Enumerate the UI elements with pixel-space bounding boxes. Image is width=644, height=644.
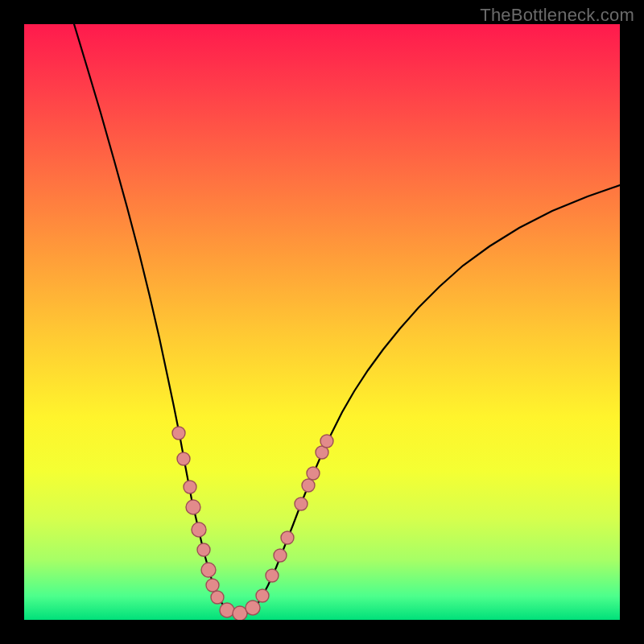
curve-left [74,24,237,616]
data-dot [206,579,219,592]
data-dot [186,500,200,514]
data-dot [177,452,190,465]
data-dots [172,427,333,620]
data-dot [233,606,247,620]
curve-right [237,185,620,616]
data-dot [281,531,294,544]
data-dot [201,563,216,577]
data-dot [307,467,320,480]
data-dot [172,427,185,440]
data-dot [192,522,206,537]
data-dot [197,543,210,556]
data-dot [295,497,308,510]
data-dot [302,479,315,492]
data-dot [211,591,224,604]
data-dot [274,549,287,562]
chart-frame: TheBottleneck.com [0,0,644,644]
data-dot [246,601,260,615]
plot-area [24,24,620,620]
curve-layer [24,24,620,620]
data-dot [184,481,196,493]
data-dot [256,589,269,602]
data-dot [220,603,234,617]
watermark-text: TheBottleneck.com [480,5,634,26]
data-dot [266,569,279,582]
data-dot [320,435,333,448]
